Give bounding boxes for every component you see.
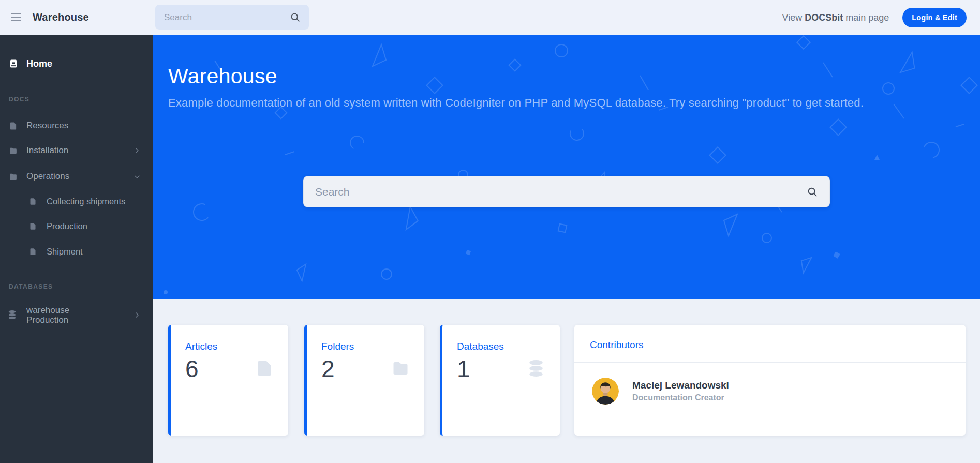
chevron-down-icon[interactable] [133, 173, 141, 181]
file-icon [29, 222, 37, 230]
search-icon[interactable] [807, 186, 818, 198]
contributor-row: Maciej Lewandowski Documentation Creator [592, 378, 729, 405]
stat-card-label[interactable]: Articles [185, 341, 217, 352]
sidebar-section-docs: DOCS [9, 96, 29, 103]
stat-card-articles[interactable]: Articles 6 [168, 325, 288, 436]
view-text-brand: DOCSbit [805, 12, 843, 23]
folder-icon [391, 359, 410, 379]
file-icon [9, 122, 18, 130]
chevron-right-icon[interactable] [133, 147, 141, 154]
topbar-search-input[interactable] [155, 5, 309, 30]
divider [574, 362, 966, 363]
database-icon [527, 359, 545, 379]
hamburger-menu-icon[interactable] [11, 13, 21, 22]
contributors-card: Contributors [574, 325, 966, 436]
hero-search [303, 176, 830, 207]
file-icon [255, 359, 274, 379]
topbar-title: Warehouse [33, 11, 89, 23]
sidebar-item-label: Shipment [47, 247, 83, 257]
stat-card-label[interactable]: Folders [321, 341, 354, 352]
contributor-name: Maciej Lewandowski [632, 380, 729, 391]
contributor-role: Documentation Creator [632, 393, 729, 402]
sidebar-item-label: Operations [26, 171, 69, 182]
stat-card-value: 1 [457, 356, 470, 382]
hero-search-input[interactable] [303, 176, 830, 207]
login-edit-button[interactable]: Login & Edit [902, 8, 967, 27]
stat-card-label[interactable]: Databases [457, 341, 504, 352]
file-icon [29, 198, 37, 205]
topbar-search [155, 5, 309, 30]
sidebar-item-resources[interactable]: Resources [0, 119, 153, 132]
stat-card-folders[interactable]: Folders 2 [304, 325, 424, 436]
sidebar-item-operations[interactable]: Operations [0, 170, 153, 183]
sidebar-item-label: Production [47, 221, 87, 231]
view-text-suffix: main page [843, 12, 889, 23]
folder-icon [9, 172, 18, 181]
contributors-title: Contributors [590, 339, 644, 351]
sidebar-item-label: Installation [26, 145, 68, 156]
search-icon[interactable] [290, 12, 301, 23]
main-content: Warehouse Example documentation of an ol… [153, 35, 980, 463]
sidebar-section-databases: DATABASES [9, 283, 53, 290]
sidebar-item-warehouse-production[interactable]: warehouse Production [0, 305, 153, 325]
stat-card-databases[interactable]: Databases 1 [440, 325, 560, 436]
page-subtitle: Example documentation of an old system w… [168, 96, 864, 110]
sidebar-item-label: Home [26, 58, 52, 69]
sidebar-item-label: Resources [26, 121, 68, 131]
stat-card-value: 2 [321, 356, 335, 382]
sidebar-item-collecting-shipments[interactable]: Collecting shipments [0, 195, 153, 208]
avatar [592, 378, 619, 405]
book-icon [9, 59, 18, 68]
app-window: Warehouse View DOCSbit main page Login &… [0, 0, 980, 463]
sidebar-item-label: warehouse Production [26, 305, 91, 325]
view-text-prefix: View [782, 12, 805, 23]
sidebar-item-shipment[interactable]: Shipment [0, 245, 153, 258]
sidebar-item-production[interactable]: Production [0, 219, 153, 233]
chevron-right-icon[interactable] [133, 311, 141, 319]
contributor-text: Maciej Lewandowski Documentation Creator [632, 380, 729, 402]
file-icon [29, 248, 37, 256]
folder-icon [9, 146, 18, 155]
sidebar: Home DOCS Resources Installation Operati… [0, 35, 153, 463]
sidebar-item-home[interactable]: Home [0, 57, 153, 70]
page-title: Warehouse [168, 64, 277, 88]
hero-banner: Warehouse Example documentation of an ol… [153, 35, 980, 299]
database-icon [7, 310, 17, 320]
sidebar-item-label: Collecting shipments [47, 197, 125, 206]
sidebar-item-installation[interactable]: Installation [0, 144, 153, 157]
view-main-page-link[interactable]: View DOCSbit main page [782, 12, 889, 23]
topbar-right-group: View DOCSbit main page Login & Edit [782, 0, 967, 35]
top-bar: Warehouse View DOCSbit main page Login &… [0, 0, 980, 35]
stat-card-value: 6 [185, 356, 199, 382]
